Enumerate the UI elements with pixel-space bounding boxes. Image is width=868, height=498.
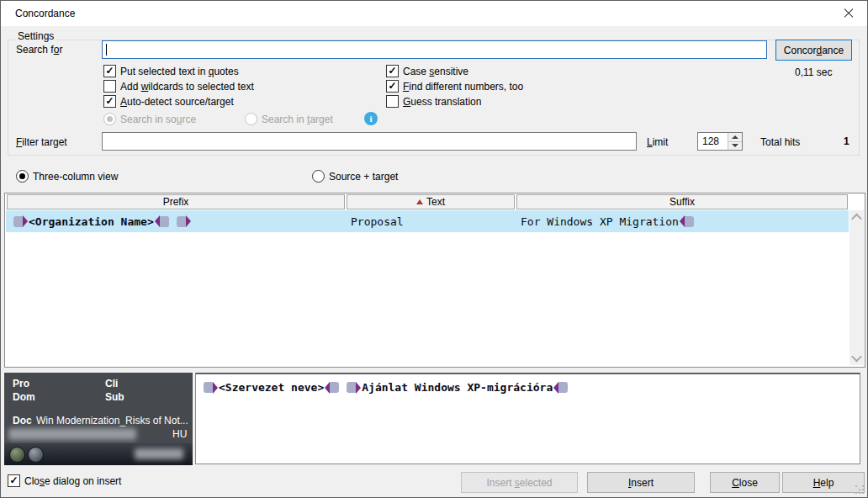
inline-tag-close-icon (680, 215, 694, 227)
checkbox-label: Add wildcards to selected text (120, 81, 254, 93)
limit-label: Limit (647, 136, 668, 148)
checkbox-different-numbers[interactable]: Find different numbers, too (386, 80, 523, 93)
subject-label: Sub (105, 391, 124, 403)
checkbox-label: Case sensitive (403, 66, 468, 77)
checkbox-label: Close dialog on insert (24, 475, 121, 487)
radio-icon (245, 113, 257, 125)
radio-icon (103, 113, 116, 125)
insert-selected-button: Insert selected (461, 472, 578, 493)
checkbox-label: Put selected text in quotes (120, 66, 239, 77)
dialog-title: Concordance (15, 8, 75, 19)
help-button[interactable]: Help (782, 472, 865, 493)
checkbox-icon (386, 65, 399, 77)
checkbox-label: Find different numbers, too (403, 81, 523, 93)
search-for-label: Search for (16, 44, 62, 56)
radio-search-in-target: Search in target (245, 113, 333, 125)
insert-button[interactable]: Insert (587, 472, 695, 493)
concordance-button[interactable]: Concordance (775, 40, 852, 61)
result-row[interactable]: <Organization Name> Proposal For Windows… (6, 210, 849, 232)
inline-tag-close-icon (325, 382, 339, 394)
up-arrow-icon (732, 135, 738, 139)
checkbox-icon (386, 95, 399, 108)
settings-legend: Settings (15, 30, 56, 42)
tm-meta-panel: Pro Cli Dom Sub Doc Win Modernization_Ri… (4, 373, 193, 465)
chevron-down-icon (851, 352, 862, 363)
radio-three-column-view[interactable]: Three-column view (16, 170, 118, 183)
checkbox-icon (386, 80, 399, 93)
vertical-scrollbar[interactable] (849, 210, 864, 365)
search-input[interactable] (102, 40, 767, 59)
down-arrow-icon (732, 144, 738, 147)
target-preview-panel: <Szervezet neve>Ajánlat Windows XP-migrá… (195, 373, 860, 464)
radio-label: Three-column view (33, 171, 118, 183)
inline-tag-close-icon (553, 382, 568, 394)
redacted-text (135, 448, 183, 459)
redacted-text (8, 428, 136, 440)
filter-target-input[interactable] (102, 132, 637, 151)
text-cell: Proposal (351, 210, 514, 232)
tm-globe-icon (9, 447, 25, 463)
radio-source-plus-target[interactable]: Source + target (312, 170, 398, 183)
total-hits-value: 1 (844, 135, 849, 147)
results-table: Prefix Text Suffix <Organization Name> P… (4, 193, 865, 368)
document-value: Win Modernization_Risks of Not... (36, 415, 188, 426)
spinner-up-button[interactable] (728, 133, 742, 142)
inline-tag-close-icon (155, 215, 169, 227)
inline-tag-open-icon (204, 382, 218, 394)
elapsed-time: 0,11 sec (795, 66, 832, 78)
tm-footer-strip (4, 443, 193, 465)
prefix-cell: <Organization Name> (13, 210, 344, 232)
column-header-suffix[interactable]: Suffix (516, 194, 848, 209)
column-header-text[interactable]: Text (347, 194, 515, 209)
limit-spinner[interactable]: 128 (697, 132, 743, 151)
radio-label: Search in target (262, 114, 333, 125)
client-label: Cli (105, 378, 118, 389)
text-caret (106, 44, 107, 56)
filter-target-label: Filter target (16, 136, 67, 148)
checkbox-put-quotes[interactable]: Put selected text in quotes (103, 65, 239, 77)
scroll-up-button[interactable] (849, 210, 864, 225)
checkbox-label: Guess translation (403, 96, 481, 108)
checkbox-guess-translation[interactable]: Guess translation (386, 95, 481, 108)
sort-ascending-icon (416, 199, 423, 204)
radio-label: Source + target (329, 171, 398, 183)
chevron-up-icon (851, 214, 862, 225)
title-bar[interactable]: Concordance (1, 1, 867, 26)
tm-coin-icon (28, 447, 44, 463)
suffix-cell: For Windows XP Migration (521, 210, 847, 232)
radio-icon (16, 170, 29, 183)
resize-grip[interactable] (855, 485, 864, 494)
checkbox-icon (103, 65, 116, 77)
radio-search-in-source: Search in source (103, 113, 196, 125)
spinner-down-button[interactable] (728, 142, 742, 151)
checkbox-icon (8, 474, 20, 487)
checkbox-add-wildcards[interactable]: Add wildcards to selected text (103, 80, 254, 93)
language-code: HU (172, 428, 187, 440)
checkbox-auto-detect[interactable]: Auto-detect source/target (103, 95, 234, 108)
radio-label: Search in source (120, 114, 196, 125)
checkbox-label: Auto-detect source/target (120, 96, 234, 108)
inline-tag-open-icon (13, 215, 28, 227)
concordance-dialog: Concordance Settings Search for Concorda… (0, 0, 868, 498)
close-dialog-button[interactable]: Close (710, 472, 780, 493)
total-hits-label: Total hits (760, 136, 800, 148)
limit-value[interactable]: 128 (698, 133, 728, 150)
inline-tag-open-icon (347, 382, 361, 394)
checkbox-case-sensitive[interactable]: Case sensitive (386, 65, 468, 77)
domain-label: Dom (13, 391, 35, 403)
inline-tag-open-icon (177, 215, 191, 227)
close-icon (844, 8, 854, 19)
checkbox-icon (103, 95, 116, 108)
info-icon[interactable] (364, 112, 378, 125)
close-button[interactable] (829, 1, 867, 25)
target-segment: <Szervezet neve>Ajánlat Windows XP-migrá… (203, 381, 860, 394)
column-header-prefix[interactable]: Prefix (7, 194, 345, 209)
scroll-down-button[interactable] (849, 351, 864, 365)
project-label: Pro (13, 378, 29, 389)
radio-icon (312, 170, 325, 183)
document-label: Doc (13, 415, 32, 426)
checkbox-icon (103, 80, 116, 93)
checkbox-close-on-insert[interactable]: Close dialog on insert (8, 474, 121, 487)
